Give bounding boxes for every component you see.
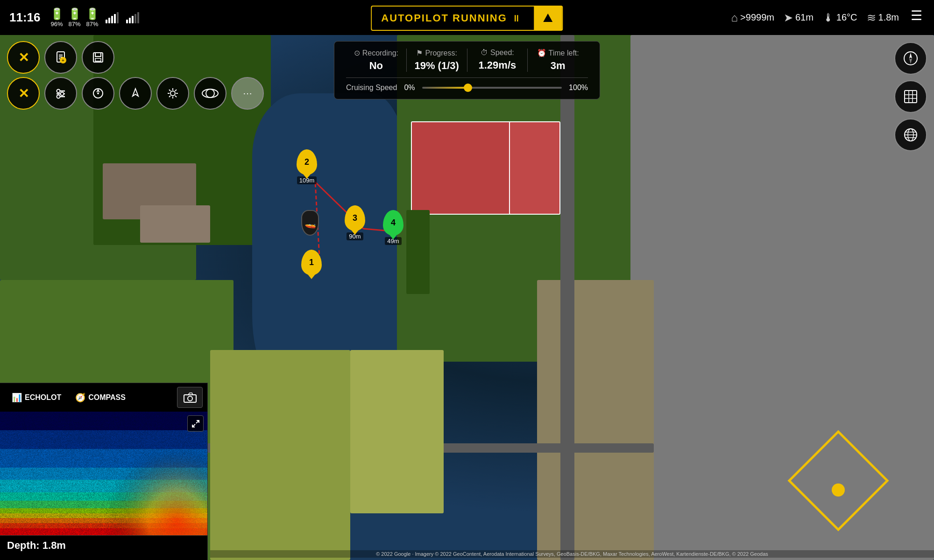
echolot-footer: Depth: 1.8m	[0, 535, 207, 555]
file-button[interactable]: +	[44, 41, 77, 74]
clock-icon: ⏰	[537, 49, 546, 57]
waypoint-1[interactable]: 1	[301, 250, 322, 275]
autopilot-pause-icon: ⏸	[512, 13, 521, 24]
svg-point-23	[97, 92, 99, 94]
cruising-label: Cruising Speed	[346, 84, 397, 92]
close-button-1[interactable]: ✕	[7, 41, 40, 74]
waypoint-pin-3: 3	[345, 205, 365, 231]
speed-slider[interactable]	[422, 87, 562, 89]
altitude-stat: ⌂ >9999m	[731, 11, 774, 24]
depth-label: Depth:	[7, 539, 40, 551]
signal-icon: ≋	[867, 11, 876, 24]
brightness-button[interactable]	[156, 77, 189, 110]
hamburger-button[interactable]: ☰	[906, 7, 927, 25]
waypoint-pin-2: 2	[297, 149, 317, 175]
echolot-tab[interactable]: 📊 ECHOLOT	[5, 390, 68, 405]
settings-button[interactable]	[44, 77, 77, 110]
compass-tab-icon: 🧭	[75, 392, 85, 403]
svg-line-31	[175, 96, 177, 97]
temp-stat: 🌡 16°C	[823, 11, 857, 24]
timeleft-label: ⏰ Time left:	[535, 49, 581, 57]
battery-3: 🔋 87%	[85, 7, 99, 28]
svg-point-4	[832, 483, 845, 497]
road-vertical	[560, 35, 574, 560]
globe-button[interactable]	[894, 119, 927, 151]
left-buttons-bottom: ✕	[7, 77, 264, 110]
svg-point-34	[202, 89, 218, 98]
left-buttons-top: ✕ +	[7, 41, 114, 74]
waypoint-2[interactable]: 2 109m	[297, 149, 317, 184]
speed-label: ⏱ Speed:	[474, 49, 521, 57]
cruising-speed-row: Cruising Speed 0% 100%	[346, 84, 588, 92]
copyright: © 2022 Google · Imagery © 2022 GeoConten…	[210, 550, 934, 558]
nav-dist-stat: ➤ 61m	[784, 11, 814, 24]
save-button[interactable]	[82, 41, 114, 74]
globe-icon	[903, 127, 918, 142]
echolot-display	[0, 412, 207, 535]
compass-tab[interactable]: 🧭 COMPASS	[68, 390, 133, 405]
close-button-2[interactable]: ✕	[7, 77, 40, 110]
extra-button[interactable]: ⋯	[231, 77, 264, 110]
farm-field-2	[350, 350, 444, 513]
boat-icon: 🚤	[301, 210, 319, 236]
map-type-button[interactable]	[894, 80, 927, 113]
svg-point-25	[170, 91, 175, 96]
tennis-courts-2	[509, 121, 560, 215]
top-right-status: ⌂ >9999m ➤ 61m 🌡 16°C ≋ 1.8m	[724, 0, 906, 35]
speed-icon: ⏱	[481, 49, 488, 57]
echolot-panel: 📊 ECHOLOT 🧭 COMPASS Depth:	[0, 383, 208, 560]
speed-thumb[interactable]	[464, 84, 472, 92]
nav-button-1[interactable]	[82, 77, 114, 110]
farm-field	[210, 350, 350, 560]
lens-icon	[202, 88, 219, 98]
status-time: 11:16	[9, 10, 41, 25]
recording-label: ⊙ Recording:	[353, 49, 399, 57]
nav-icon: ➤	[784, 11, 793, 24]
svg-point-20	[57, 95, 60, 98]
signal-stat: ≋ 1.8m	[867, 11, 899, 24]
autopilot-arrow-button[interactable]	[534, 7, 562, 30]
timeleft-stat: ⏰ Time left: 3m	[528, 49, 588, 72]
svg-rect-14	[95, 58, 101, 61]
tennis-courts	[411, 121, 514, 215]
expand-button[interactable]	[187, 415, 204, 432]
autopilot-label: AUTOPILOT RUNNING	[381, 12, 507, 24]
compass-icon	[903, 51, 918, 66]
autopilot-arrow-svg	[543, 13, 554, 24]
lens-button[interactable]	[194, 77, 226, 110]
svg-point-50	[188, 396, 192, 401]
progress-stat: ⚑ Progress: 19% (1/3)	[407, 49, 467, 72]
waypoint-4[interactable]: 4 49m	[383, 210, 403, 245]
autopilot-text-area: AUTOPILOT RUNNING ⏸	[372, 8, 530, 28]
battery-1: 🔋 96%	[50, 7, 64, 28]
svg-marker-37	[909, 53, 912, 58]
flag-icon: ⚑	[416, 49, 423, 57]
speed-value: 1.29m/s	[474, 59, 521, 71]
waypoint-pin-4: 4	[383, 210, 403, 236]
autopilot-button[interactable]: AUTOPILOT RUNNING ⏸	[371, 6, 563, 31]
record-icon: ⊙	[354, 49, 360, 57]
depth-value: 1.8m	[42, 539, 66, 551]
svg-rect-39	[905, 91, 917, 103]
svg-marker-38	[909, 58, 912, 64]
right-buttons	[894, 42, 927, 151]
buildings-left-2	[140, 205, 210, 243]
timeleft-value: 3m	[535, 60, 581, 72]
progress-label: ⚑ Progress:	[414, 49, 460, 57]
battery-2-pct: 87%	[68, 21, 80, 28]
nav-dist-value: 61m	[795, 12, 814, 23]
battery-1-pct: 96%	[50, 21, 63, 28]
waypoint-3[interactable]: 3 90m	[345, 205, 365, 240]
signal-dist-value: 1.8m	[878, 12, 899, 23]
svg-point-19	[61, 92, 64, 96]
svg-point-35	[206, 89, 214, 98]
nav-button-2[interactable]	[119, 77, 152, 110]
expand-icon	[191, 420, 200, 428]
svg-line-33	[169, 96, 170, 97]
home-icon: ⌂	[731, 11, 738, 24]
signal-bars	[106, 12, 119, 23]
camera-button[interactable]	[177, 387, 203, 408]
svg-line-30	[169, 90, 170, 91]
compass-button[interactable]	[894, 42, 927, 75]
svg-marker-3	[789, 432, 887, 530]
